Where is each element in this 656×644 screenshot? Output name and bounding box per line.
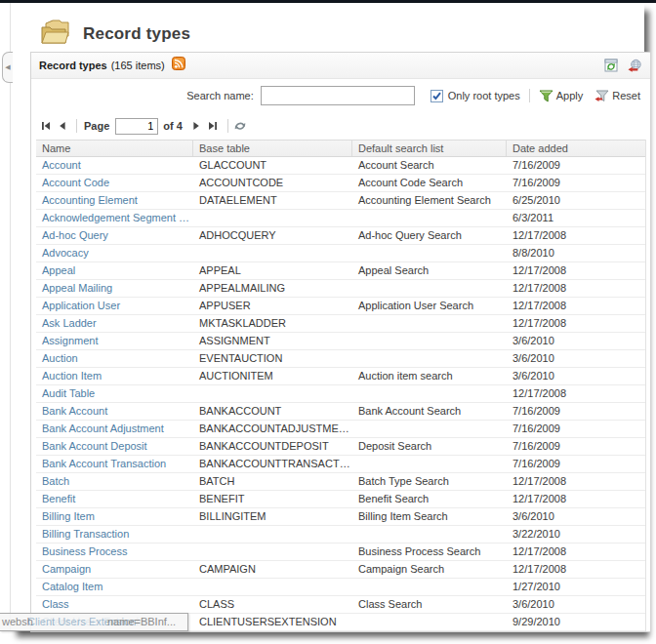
item-count: (165 items) [111, 60, 165, 71]
record-type-link[interactable]: Auction [36, 350, 193, 367]
table-row: Bank Account TransactionBANKACCOUNTTRANS… [36, 456, 645, 473]
table-cell: 12/17/2008 [507, 561, 645, 578]
table-cell: ADHOCQUERY [193, 227, 352, 244]
table-cell [193, 210, 352, 226]
record-type-link[interactable]: Appeal Mailing [36, 280, 193, 297]
table-row: Advocacy8/8/2010 [36, 245, 645, 262]
page-label: Page [84, 120, 109, 132]
record-type-link[interactable]: Audit Table [36, 385, 193, 402]
table-cell: MKTASKLADDER [193, 315, 352, 332]
table-cell: EVENTAUCTION [193, 350, 352, 367]
record-type-link[interactable]: Ask Ladder [36, 315, 193, 332]
table-cell [193, 385, 352, 402]
table-cell: 7/16/2009 [507, 157, 645, 174]
record-type-link[interactable]: Bank Account Adjustment [36, 421, 193, 437]
table-cell [352, 210, 507, 226]
record-type-link[interactable]: Auction Item [36, 368, 193, 384]
table-cell: Ad-hoc Query Search [352, 227, 507, 244]
folders-icon [38, 19, 71, 49]
record-type-link[interactable]: Application User [36, 298, 193, 314]
table-cell: CAMPAIGN [193, 561, 352, 578]
record-type-link[interactable]: Benefit [36, 491, 193, 507]
record-type-link[interactable]: Account Code [36, 175, 193, 191]
table-row: Billing Transaction3/22/2010 [36, 526, 645, 543]
record-type-link[interactable]: Billing Item [36, 508, 193, 525]
table-cell: 7/16/2009 [507, 438, 645, 455]
table-cell: 1/27/2010 [507, 579, 645, 595]
table-row: Auction ItemAUCTIONITEMAuction item sear… [36, 368, 645, 385]
table-cell: GLACCOUNT [193, 157, 352, 174]
table-cell [352, 385, 507, 402]
table-cell [193, 543, 352, 560]
search-filter-row: Search name: Only root types Apply [31, 79, 650, 112]
only-root-types-label[interactable]: Only root types [448, 90, 520, 101]
record-type-link[interactable]: Ad-hoc Query [36, 227, 193, 244]
table-cell [352, 614, 507, 630]
table-row: Bank Account DepositBANKACCOUNTDEPOSITDe… [36, 438, 645, 456]
column-header-default-search-list[interactable]: Default search list [352, 141, 507, 156]
record-type-link[interactable]: Acknowledgement Segment Me... [36, 210, 193, 226]
table-cell: 12/17/2008 [507, 262, 645, 279]
record-type-link[interactable]: Accounting Element [36, 192, 193, 209]
previous-page-button[interactable] [55, 119, 69, 134]
record-type-link[interactable]: Account [36, 157, 193, 174]
browser-status-tooltip: websh Client Users Extension name=BBInf.… [0, 613, 188, 631]
web-shortcut-icon[interactable] [628, 59, 642, 73]
table-cell: 12/17/2008 [507, 315, 645, 332]
table-cell: 12/17/2008 [507, 543, 645, 560]
next-page-button[interactable] [189, 119, 204, 134]
table-cell: AUCTIONITEM [193, 368, 352, 384]
apply-button[interactable]: Apply [539, 90, 584, 102]
table-cell [193, 245, 352, 262]
table-cell: Accounting Element Search [352, 192, 507, 209]
table-cell [352, 315, 507, 332]
table-row: CampaignCAMPAIGNCampaign Search12/17/200… [36, 561, 645, 579]
table-cell: 12/17/2008 [507, 227, 645, 244]
open-new-window-icon[interactable] [603, 59, 618, 73]
table-cell: ACCOUNTCODE [193, 175, 352, 191]
record-type-link[interactable]: Appeal [36, 262, 193, 279]
last-page-button[interactable] [206, 119, 221, 134]
column-header-date-added[interactable]: Date added [507, 141, 645, 156]
record-type-link[interactable]: Campaign [36, 561, 193, 578]
table-cell: 3/6/2010 [507, 368, 645, 384]
record-type-link[interactable]: Billing Transaction [36, 526, 193, 543]
record-type-link[interactable]: Catalog Item [36, 579, 193, 595]
table-row: BenefitBENEFITBenefit Search12/17/2008 [36, 491, 645, 508]
table-cell: Account Search [352, 157, 507, 174]
table-cell [352, 280, 507, 297]
table-cell: CLIENTUSERSEXTENSION [193, 614, 352, 630]
table-row: Audit Table12/17/2008 [36, 385, 645, 403]
table-cell: 12/17/2008 [507, 473, 645, 490]
table-body: AccountGLACCOUNTAccount Search7/16/2009A… [36, 157, 645, 631]
column-header-base-table[interactable]: Base table [193, 141, 352, 156]
record-type-link[interactable]: Bank Account [36, 403, 193, 420]
reset-button[interactable]: Reset [594, 90, 640, 102]
record-type-link[interactable]: Assignment [36, 333, 193, 349]
column-header-name[interactable]: Name [36, 141, 193, 156]
record-type-link[interactable]: Bank Account Transaction [36, 456, 193, 472]
first-page-button[interactable] [38, 119, 53, 134]
record-type-link[interactable]: Bank Account Deposit [36, 438, 193, 455]
page-of-label: of 4 [163, 120, 183, 132]
separator [529, 89, 530, 102]
record-type-link[interactable]: Advocacy [36, 245, 193, 262]
table-cell: BENEFIT [193, 491, 352, 507]
record-type-link[interactable]: Batch [36, 473, 193, 490]
search-name-input[interactable] [261, 86, 415, 105]
table-cell [352, 579, 507, 595]
refresh-icon[interactable] [233, 119, 248, 134]
record-type-link[interactable]: Class [36, 596, 193, 613]
table-cell: Appeal Search [352, 262, 507, 279]
record-type-link[interactable]: Business Process [36, 543, 193, 560]
only-root-types-checkbox[interactable] [430, 90, 443, 102]
page-number-input[interactable] [115, 118, 158, 135]
rss-icon[interactable] [172, 57, 185, 74]
reset-funnel-icon [594, 90, 609, 102]
search-name-label: Search name: [186, 90, 253, 101]
table-cell: Account Code Search [352, 175, 507, 191]
table-cell: APPEAL [193, 262, 352, 279]
collapse-panel-tab[interactable]: ◀ [2, 52, 13, 83]
table-cell: BANKACCOUNT [193, 403, 352, 420]
record-types-panel: Record types (165 items) [30, 52, 651, 632]
